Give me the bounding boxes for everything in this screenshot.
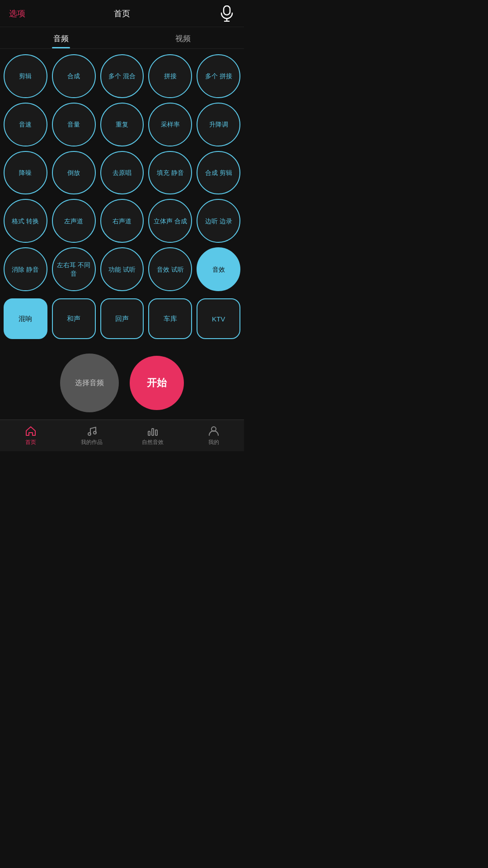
effect-btn-harmony[interactable]: 和声 [52,298,96,339]
grid-btn-mute-remove[interactable]: 消除 静音 [4,247,47,291]
nav-my-works[interactable]: 我的作品 [61,420,122,451]
effect-btn-reverb[interactable]: 混响 [4,298,47,339]
grid-btn-func-preview[interactable]: 功能 试听 [100,247,144,291]
nav-works-label: 我的作品 [81,439,103,446]
svg-point-4 [94,431,96,434]
nav-home[interactable]: 首页 [0,420,61,451]
grid-btn-concat[interactable]: 拼接 [148,54,192,98]
select-audio-button[interactable]: 选择音频 [60,354,119,412]
grid-btn-sample-rate[interactable]: 采样率 [148,103,192,146]
grid-btn-denoise[interactable]: 降噪 [4,151,47,195]
grid-btn-compose[interactable]: 合成 [52,54,96,98]
grid-btn-sfx-preview[interactable]: 音效 试听 [148,247,192,291]
effect-btn-garage[interactable]: 车库 [148,298,192,339]
effect-btn-ktv[interactable]: KTV [197,298,240,339]
person-icon [208,425,220,437]
nav-home-label: 首页 [25,439,36,446]
grid-btn-cut[interactable]: 剪辑 [4,54,47,98]
bottom-nav: 首页 我的作品 自然音效 我的 [0,420,244,451]
grid-btn-fill-silence[interactable]: 填充 静音 [148,151,192,195]
grid-btn-speed[interactable]: 音速 [4,103,47,146]
grid-btn-left-channel[interactable]: 左声道 [52,199,96,243]
grid-btn-volume[interactable]: 音量 [52,103,96,146]
effects-row: 混响和声回声车库KTV [0,297,244,344]
equalizer-icon [147,425,159,437]
svg-rect-7 [155,430,157,435]
tab-bar: 音频 视频 [0,27,244,49]
grid-btn-stereo-compose[interactable]: 立体声 合成 [148,199,192,243]
grid-btn-multi-mix[interactable]: 多个 混合 [100,54,144,98]
grid-btn-repeat[interactable]: 重复 [100,103,144,146]
tab-video[interactable]: 视频 [122,27,244,48]
grid-btn-right-channel[interactable]: 右声道 [100,199,144,243]
svg-rect-5 [148,431,150,435]
grid-btn-multi-concat[interactable]: 多个 拼接 [197,54,240,98]
option-button[interactable]: 选项 [9,8,25,19]
grid-btn-remove-vocal[interactable]: 去原唱 [100,151,144,195]
header: 选项 首页 [0,0,244,27]
mic-button[interactable] [219,5,235,22]
svg-rect-6 [152,429,154,435]
grid-btn-lr-diff[interactable]: 左右耳 不同音 [52,247,96,291]
svg-point-3 [88,433,91,435]
header-title: 首页 [114,8,130,19]
grid-btn-sfx[interactable]: 音效 [197,247,240,291]
function-grid: 剪辑合成多个 混合拼接多个 拼接音速音量重复采样率升降调降噪倒放去原唱填充 静音… [0,49,244,297]
svg-rect-0 [224,6,230,15]
nav-my[interactable]: 我的 [183,420,244,451]
nav-effects-label: 自然音效 [142,439,164,446]
start-button[interactable]: 开始 [130,356,184,410]
grid-btn-pitch[interactable]: 升降调 [197,103,240,146]
grid-btn-listen-record[interactable]: 边听 边录 [197,199,240,243]
nav-natural-effects[interactable]: 自然音效 [122,420,183,451]
grid-btn-reverse[interactable]: 倒放 [52,151,96,195]
grid-btn-format-convert[interactable]: 格式 转换 [4,199,47,243]
home-icon [25,425,37,437]
tab-audio[interactable]: 音频 [0,27,122,48]
action-row: 选择音频 开始 [0,344,244,420]
grid-btn-compose-cut[interactable]: 合成 剪辑 [197,151,240,195]
nav-my-label: 我的 [208,439,219,446]
music-icon [86,425,98,437]
effect-btn-echo[interactable]: 回声 [100,298,144,339]
